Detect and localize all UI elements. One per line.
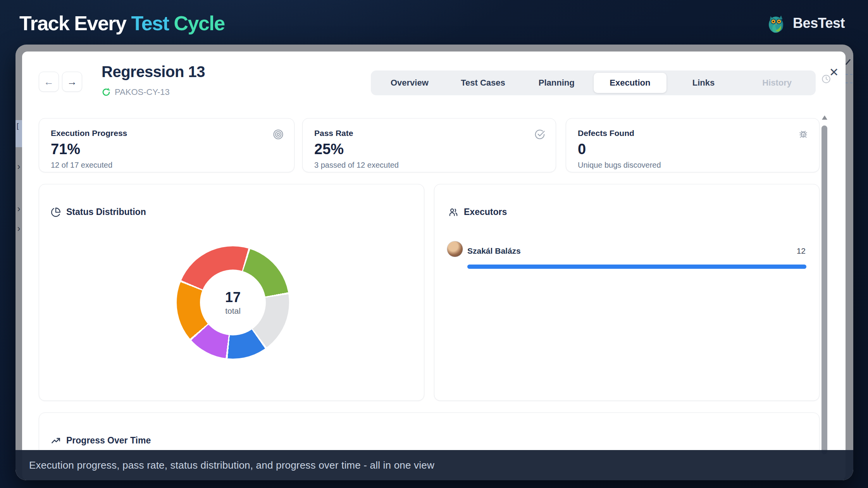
stat-value: 71%	[51, 141, 282, 158]
cycle-key: PAKOS-CY-13	[115, 87, 170, 97]
executors-panel: Executors Szakál Balázs 12	[434, 184, 820, 401]
page-title: Track Every Test Cycle	[19, 12, 225, 35]
cycle-modal: ← → Regression 13 PAKOS-CY-13 Overview T…	[22, 52, 846, 480]
executors-heading: Executors	[448, 207, 507, 217]
executors-title: Executors	[464, 207, 507, 217]
scroll-up-arrow-icon[interactable]	[822, 115, 827, 120]
stat-label: Defects Found	[578, 129, 808, 138]
status-distribution-title: Status Distribution	[66, 207, 146, 217]
tab-links[interactable]: Links	[667, 73, 740, 93]
tab-overview[interactable]: Overview	[373, 73, 446, 93]
progress-over-time-title: Progress Over Time	[66, 435, 151, 446]
refresh-cycle-icon	[102, 88, 111, 97]
background-check-mark	[846, 59, 851, 65]
owl-logo-icon	[765, 12, 787, 34]
stat-sub: Unique bugs discovered	[578, 161, 808, 170]
cycle-title: Regression 13	[102, 63, 205, 81]
progress-over-time-heading: Progress Over Time	[51, 435, 819, 446]
status-distribution-panel: Status Distribution 17 total Passed (3)F…	[39, 184, 424, 401]
arrow-left-icon: ←	[44, 76, 54, 88]
brand: BesTest	[765, 12, 845, 34]
caption-bar: Execution progress, pass rate, status di…	[16, 450, 853, 480]
close-icon[interactable]: ✕	[827, 65, 840, 79]
check-circle-icon	[534, 129, 546, 140]
executor-name: Szakál Balázs	[467, 246, 521, 256]
tab-history[interactable]: History	[741, 73, 813, 93]
status-donut-chart: 17 total	[177, 246, 289, 359]
scrollbar[interactable]	[822, 115, 827, 454]
cycle-key-row: PAKOS-CY-13	[102, 87, 170, 97]
forward-button[interactable]: →	[62, 72, 82, 92]
tab-planning[interactable]: Planning	[520, 73, 593, 93]
stat-sub: 3 passed of 12 executed	[314, 161, 544, 170]
stat-sub: 12 of 17 executed	[51, 161, 282, 170]
users-icon	[448, 207, 458, 217]
stat-value: 25%	[314, 141, 544, 158]
bug-icon	[797, 129, 809, 140]
arrow-right-icon: →	[67, 76, 77, 88]
chevron-right-icon: ›	[16, 204, 22, 213]
app-window: › › › [ ← → Regression 13 PAKOS-CY-13	[16, 45, 853, 480]
bracket-icon: [	[17, 122, 19, 130]
page-title-white: Track Every	[19, 12, 131, 34]
target-icon	[272, 129, 284, 140]
avatar	[447, 241, 463, 257]
brand-name: BesTest	[793, 15, 845, 31]
executor-progress-bar	[467, 265, 806, 269]
trending-up-icon	[51, 436, 61, 446]
chevron-right-icon: ›	[16, 162, 22, 171]
stat-card-defects-found: Defects Found 0 Unique bugs discovered	[566, 118, 820, 172]
stat-value: 0	[578, 141, 808, 158]
pie-chart-icon	[51, 207, 61, 217]
executor-count: 12	[797, 246, 806, 256]
page-title-accent-blue: Test	[131, 12, 169, 34]
background-dashed-line	[846, 74, 852, 75]
tab-execution[interactable]: Execution	[594, 73, 666, 93]
scrollbar-thumb[interactable]	[822, 125, 827, 454]
stat-card-pass-rate: Pass Rate 25% 3 passed of 12 executed	[302, 118, 556, 172]
status-distribution-heading: Status Distribution	[51, 207, 146, 217]
back-button[interactable]: ←	[39, 72, 59, 92]
background-dashed-line	[846, 82, 852, 83]
donut-total-label: total	[225, 306, 241, 316]
stat-label: Pass Rate	[314, 129, 544, 138]
tabbar: Overview Test Cases Planning Execution L…	[371, 70, 816, 95]
tab-test-cases[interactable]: Test Cases	[447, 73, 520, 93]
page-header: Track Every Test Cycle	[19, 8, 845, 39]
chevron-right-icon: ›	[16, 224, 22, 233]
stat-card-execution-progress: Execution Progress 71% 12 of 17 executed	[39, 118, 294, 172]
stat-label: Execution Progress	[51, 129, 282, 138]
page-title-accent-teal: Cycle	[169, 12, 225, 34]
caption-text: Execution progress, pass rate, status di…	[29, 459, 434, 471]
donut-center: 17 total	[200, 270, 266, 335]
page: Track Every Test Cycle	[0, 0, 868, 488]
donut-total-value: 17	[225, 289, 241, 306]
